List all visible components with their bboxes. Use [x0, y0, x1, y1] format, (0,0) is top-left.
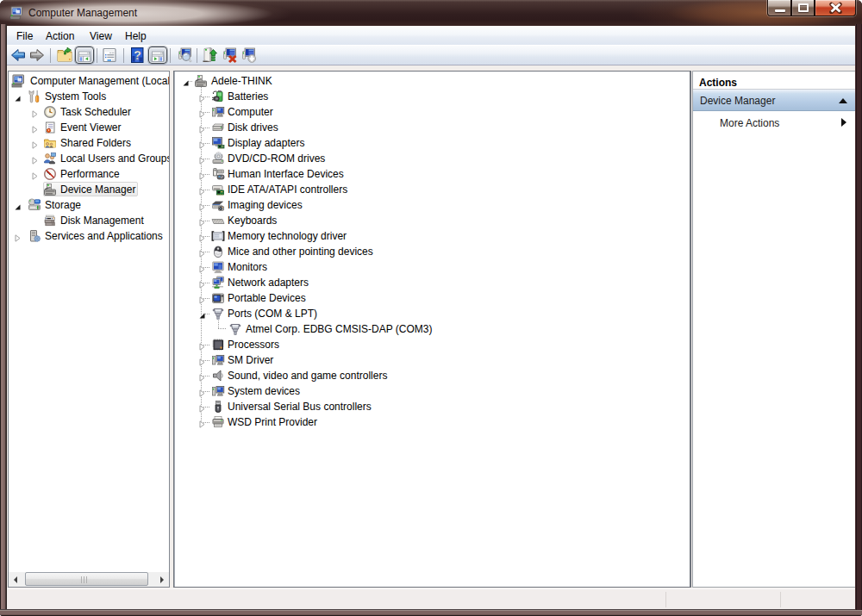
svg-text:?: ?: [134, 48, 141, 62]
